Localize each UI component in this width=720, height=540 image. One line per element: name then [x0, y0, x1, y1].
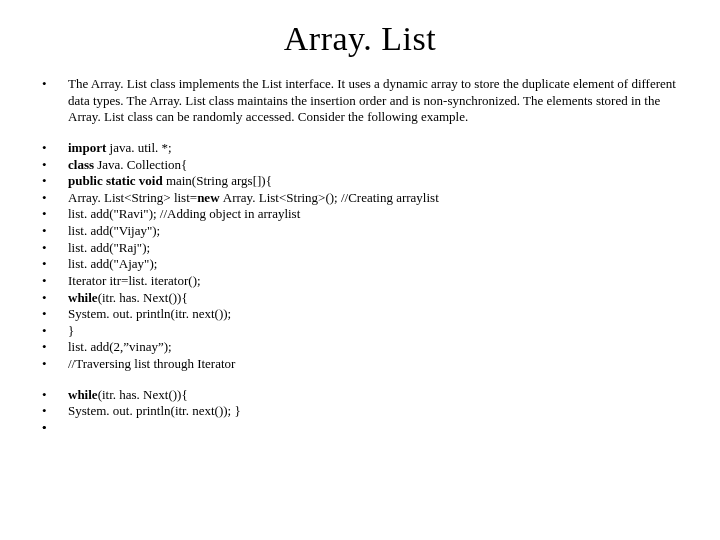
slide-title: Array. List	[40, 20, 680, 58]
bullet-list: The Array. List class implements the Lis…	[40, 76, 680, 126]
code-block-1: import java. util. *; class Java. Collec…	[40, 140, 680, 373]
code-line: list. add("Ajay");	[40, 256, 680, 273]
code-line: list. add(2,”vinay”);	[40, 339, 680, 356]
code-line: System. out. println(itr. next());	[40, 306, 680, 323]
code-line: //Traversing list through Iterator	[40, 356, 680, 373]
code-line: list. add("Raj");	[40, 240, 680, 257]
code-line: import java. util. *;	[40, 140, 680, 157]
code-line: while(itr. has. Next()){	[40, 290, 680, 307]
code-line: Array. List<String> list=new Array. List…	[40, 190, 680, 207]
code-line: }	[40, 323, 680, 340]
code-line: Iterator itr=list. iterator();	[40, 273, 680, 290]
code-line: public static void main(String args[]){	[40, 173, 680, 190]
code-line: class Java. Collection{	[40, 157, 680, 174]
code-block-2: while(itr. has. Next()){ System. out. pr…	[40, 387, 680, 420]
code-line: list. add("Vijay");	[40, 223, 680, 240]
code-line: while(itr. has. Next()){	[40, 387, 680, 404]
code-line: System. out. println(itr. next()); }	[40, 403, 680, 420]
code-line: list. add("Ravi"); //Adding object in ar…	[40, 206, 680, 223]
desc-bullet: The Array. List class implements the Lis…	[40, 76, 680, 126]
slide: Array. List The Array. List class implem…	[0, 0, 720, 540]
desc-text: The Array. List class implements the Lis…	[68, 76, 676, 124]
